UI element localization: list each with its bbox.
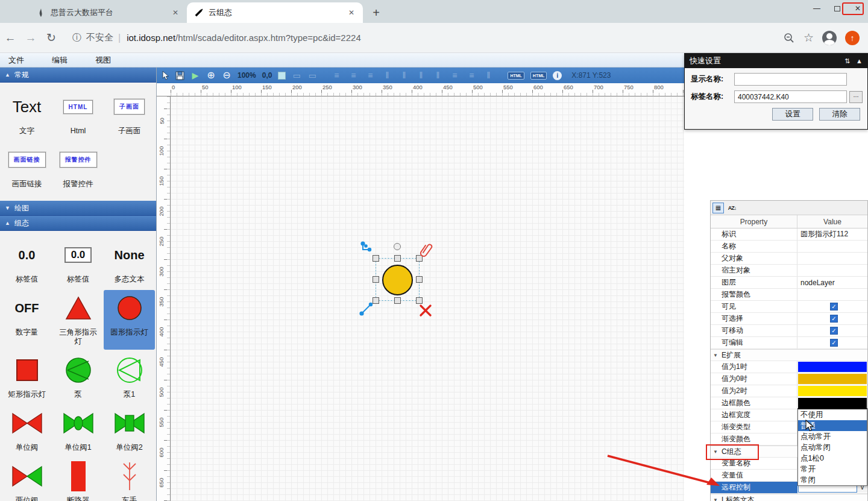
property-row[interactable]: ▼ 值为0时 ✓ ∨ [711, 373, 867, 385]
apply-button[interactable]: 设置 [772, 108, 813, 121]
collapse-icon[interactable]: ⇅ [844, 57, 850, 65]
palette-item-pump1[interactable]: 泵1 [104, 352, 155, 403]
minimize-button[interactable]: — [807, 1, 827, 16]
property-row[interactable]: ▼ 报警颜色 ✓ ∨ [711, 289, 867, 301]
palette-item-circle-lamp[interactable]: 圆形指示灯 [104, 290, 155, 350]
resize-handle-e[interactable] [416, 276, 423, 283]
palette-item-valve[interactable]: 单位阀 [1, 405, 52, 456]
menu-file[interactable]: 文件 [0, 55, 33, 66]
palette-item-valve1[interactable]: 单位阀1 [52, 405, 104, 456]
palette-item-tag-value[interactable]: 0.0 标签值 [1, 237, 52, 288]
palette-item-rect-lamp[interactable]: 矩形指示灯 [1, 352, 52, 403]
copy-icon[interactable]: ▭ [307, 71, 317, 80]
palette-item-screen-link[interactable]: 画面链接 画面链接 [1, 142, 52, 192]
resize-handle-w[interactable] [373, 276, 379, 283]
property-row[interactable]: ▼ 父对象 ✓ ∨ [711, 253, 867, 265]
color-swatch[interactable] [798, 374, 867, 384]
align-icon[interactable]: ≡ [332, 71, 341, 80]
panel-up-icon[interactable]: ▲ [856, 57, 863, 65]
close-window-button[interactable]: ✕ [848, 1, 868, 16]
align-icon[interactable]: ≡ [348, 71, 358, 80]
forward-icon[interactable]: → [20, 28, 41, 48]
quick-settings-header[interactable]: 快速设置 ⇅ ▲ [685, 54, 867, 68]
checkbox-icon[interactable]: ✓ [830, 315, 838, 323]
palette-item-valve2[interactable]: 单位阀2 [104, 405, 155, 456]
connector-icon[interactable] [360, 241, 373, 254]
resize-handle-se[interactable] [416, 297, 423, 304]
browser-update-icon[interactable]: ↑ [845, 31, 860, 45]
reload-icon[interactable]: ↻ [41, 28, 61, 48]
property-row[interactable]: ▼ 可移动 ✓ ∨ [711, 325, 867, 337]
align-icon[interactable]: ‖ [483, 71, 493, 80]
run-icon[interactable]: ▶ [190, 71, 200, 80]
resize-handle-n[interactable] [394, 255, 401, 262]
dropdown-option[interactable]: 不使用 [798, 409, 867, 420]
zoom-in-icon[interactable]: ⊕ [206, 71, 216, 80]
dropdown-option[interactable]: 普通 [798, 420, 867, 431]
html-preview-icon[interactable]: HTML [530, 72, 547, 80]
tab-scada-editor[interactable]: 云组态 ✕ [187, 2, 363, 23]
url-field[interactable]: ⓘ 不安全 | iot.idosp.net/html/scada/editor.… [72, 32, 783, 43]
close-icon[interactable]: ✕ [346, 7, 357, 18]
align-icon[interactable]: ‖ [416, 71, 426, 80]
checkbox-icon[interactable]: ✓ [830, 327, 838, 335]
property-row[interactable]: ▼ 可选择 ✓ ∨ [711, 313, 867, 325]
align-icon[interactable]: ‖ [399, 71, 409, 80]
palette-item-tag-value-box[interactable]: 0.0 标签值 [52, 237, 104, 288]
info-icon[interactable]: ⓘ [72, 32, 81, 43]
palette-item-triangle-lamp[interactable]: 三角形指示灯 [52, 290, 104, 350]
delete-x-icon[interactable] [419, 304, 432, 317]
clear-button[interactable]: 清除 [819, 108, 860, 121]
new-tab-button[interactable]: + [368, 4, 385, 21]
color-swatch[interactable] [798, 362, 867, 372]
design-canvas[interactable] [171, 96, 684, 501]
property-row[interactable]: ▼ 可编辑 ✓ ∨ [711, 337, 867, 349]
color-swatch[interactable] [798, 398, 867, 408]
profile-avatar[interactable] [822, 31, 837, 45]
display-name-input[interactable] [734, 73, 847, 86]
back-icon[interactable]: ← [0, 28, 20, 48]
palette-item-pump[interactable]: 泵 [52, 352, 104, 403]
tab-platform[interactable]: 思普云大数据平台 ✕ [29, 2, 187, 23]
property-row[interactable]: ▼ 宿主对象 ✓ ∨ [711, 265, 867, 277]
page-zoom-icon[interactable] [783, 32, 795, 44]
section-header-general[interactable]: ▲ 常规 [0, 68, 156, 83]
info-icon[interactable]: i [553, 71, 562, 80]
dropdown-option[interactable]: 点动常闭 [798, 442, 867, 453]
dropdown-option[interactable]: 常开 [798, 464, 867, 474]
color-swatch[interactable] [798, 386, 867, 396]
categorize-icon[interactable]: ▦ [712, 203, 724, 213]
resize-handle-s[interactable] [394, 297, 401, 304]
align-icon[interactable]: ‖ [433, 71, 442, 80]
paste-icon[interactable]: ▭ [292, 71, 301, 80]
sort-az-icon[interactable]: AZ↓ [726, 203, 738, 213]
property-row[interactable]: ▼ 值为2时 ✓ ∨ [711, 385, 867, 397]
palette-item-text[interactable]: Text 文字 [1, 89, 52, 139]
pointer-tool-icon[interactable] [162, 71, 169, 80]
html-export-icon[interactable]: HTML [508, 72, 524, 80]
palette-item-breaker[interactable]: 断路器 [52, 458, 104, 501]
checkbox-icon[interactable]: ✓ [830, 339, 838, 347]
align-icon[interactable]: ≡ [365, 71, 375, 80]
bookmark-star-icon[interactable]: ☆ [804, 31, 814, 45]
browse-tag-button[interactable]: ... [849, 91, 863, 103]
palette-item-two-way-valve[interactable]: 两位阀 [1, 458, 52, 501]
zoom-out-icon[interactable]: ⊖ [222, 71, 231, 80]
checkbox-icon[interactable]: ✓ [830, 303, 838, 310]
palette-item-digital[interactable]: OFF 数字量 [1, 290, 52, 350]
paperclip-icon[interactable] [420, 243, 433, 257]
save-icon[interactable] [175, 71, 184, 80]
property-row[interactable]: ▼ E扩展 ✓ ∨ [711, 349, 867, 361]
palette-item-hand-switch[interactable]: 车手 [104, 458, 155, 501]
link-anchor-icon[interactable] [359, 301, 374, 316]
section-header-scada[interactable]: ▲ 组态 [0, 216, 156, 231]
menu-edit[interactable]: 编辑 [43, 55, 76, 66]
menu-view[interactable]: 视图 [87, 55, 119, 66]
tag-name-input[interactable] [734, 90, 847, 103]
section-header-drawing[interactable]: ▼ 绘图 [0, 201, 156, 216]
palette-item-multistate-text[interactable]: None 多态文本 [104, 237, 155, 288]
property-row[interactable]: ▼ 值为1时 ✓ ∨ [711, 361, 867, 373]
dropdown-option[interactable]: 常闭 [798, 474, 867, 485]
palette-item-subscreen[interactable]: 子画面 子画面 [104, 89, 155, 139]
palette-item-html[interactable]: HTML Html [52, 89, 104, 139]
